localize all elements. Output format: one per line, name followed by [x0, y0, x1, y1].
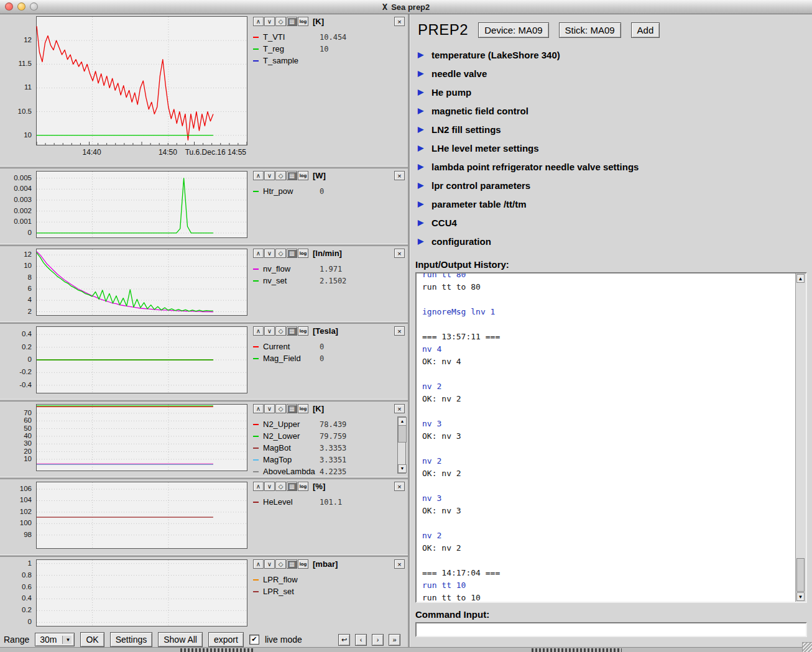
plot-close-icon[interactable]: ×: [394, 482, 405, 491]
export-button[interactable]: export: [208, 632, 244, 647]
autoscale-icon[interactable]: ◇: [275, 249, 286, 258]
window-titlebar[interactable]: X Sea prep2: [0, 0, 812, 14]
plot-close-icon[interactable]: ×: [394, 559, 405, 569]
device-button[interactable]: Device: MA09: [478, 22, 548, 38]
scale-up-icon[interactable]: ∧: [253, 17, 264, 26]
plot-close-icon[interactable]: ×: [394, 17, 405, 26]
expand-arrow-icon[interactable]: ▶: [418, 218, 425, 227]
scale-up-icon[interactable]: ∧: [253, 249, 264, 258]
expand-arrow-icon[interactable]: ▶: [418, 106, 425, 115]
scale-down-icon[interactable]: ∨: [264, 249, 275, 258]
tree-item-3[interactable]: ▶He pump: [410, 83, 812, 101]
log-scale-icon[interactable]: log: [298, 326, 308, 336]
expand-arrow-icon[interactable]: ▶: [418, 162, 425, 171]
legend-item[interactable]: HeLevel101.1: [253, 496, 405, 508]
grid-icon[interactable]: ▦: [287, 559, 297, 569]
legend-item[interactable]: Htr_pow0: [253, 185, 405, 197]
expand-arrow-icon[interactable]: ▶: [418, 69, 425, 78]
legend-item[interactable]: nv_set2.1502: [253, 275, 405, 287]
plot-close-icon[interactable]: ×: [394, 326, 405, 336]
jump-to-latest-button[interactable]: »: [389, 634, 400, 646]
plot-close-icon[interactable]: ×: [394, 404, 405, 413]
tree-item-10[interactable]: ▶CCU4: [410, 213, 812, 232]
expand-arrow-icon[interactable]: ▶: [418, 88, 425, 96]
legend-item[interactable]: MagTop3.3351: [253, 454, 405, 466]
legend-item[interactable]: LPR_set: [253, 585, 405, 597]
scale-down-icon[interactable]: ∨: [264, 171, 275, 180]
legend-item[interactable]: Mag_Field0: [253, 352, 405, 364]
expand-arrow-icon[interactable]: ▶: [418, 200, 425, 208]
plot-canvas-1[interactable]: [36, 16, 247, 145]
legend-item[interactable]: MagBot3.3353: [253, 442, 405, 454]
scale-down-icon[interactable]: ∨: [264, 17, 275, 26]
scroll-left-button[interactable]: ‹: [355, 634, 367, 646]
plot-canvas-5[interactable]: [36, 404, 247, 471]
grid-icon[interactable]: ▦: [287, 482, 297, 491]
grid-icon[interactable]: ▦: [287, 326, 297, 336]
expand-arrow-icon[interactable]: ▶: [418, 237, 425, 246]
autoscale-icon[interactable]: ◇: [275, 171, 286, 180]
scale-up-icon[interactable]: ∧: [253, 559, 264, 569]
log-scale-icon[interactable]: log: [298, 404, 308, 413]
grid-icon[interactable]: ▦: [287, 404, 297, 413]
stick-button[interactable]: Stick: MA09: [559, 22, 621, 38]
expand-arrow-icon[interactable]: ▶: [418, 181, 425, 190]
tree-item-1[interactable]: ▶temperature (LakeShore 340): [410, 45, 812, 64]
grid-icon[interactable]: ▦: [287, 249, 297, 258]
expand-arrow-icon[interactable]: ▶: [418, 125, 425, 134]
console-scrollbar[interactable]: ▲ ▼: [795, 273, 806, 602]
scroll-up-icon[interactable]: ▲: [796, 274, 805, 283]
io-history-console[interactable]: run tt 80run tt to 80 ignoreMsg lnv 1 ==…: [415, 272, 807, 603]
window-resize-grip[interactable]: [802, 642, 812, 652]
add-button[interactable]: Add: [631, 22, 660, 38]
zoom-window-button[interactable]: [30, 2, 38, 11]
live-mode-checkbox[interactable]: ✔: [249, 635, 259, 645]
scroll-down-icon[interactable]: ▼: [796, 592, 805, 601]
tree-item-5[interactable]: ▶LN2 fill settings: [410, 120, 812, 139]
scale-down-icon[interactable]: ∨: [264, 482, 275, 491]
redraw-button[interactable]: ↩: [338, 634, 350, 646]
autoscale-icon[interactable]: ◇: [275, 482, 286, 491]
legend-item[interactable]: LPR_flow: [253, 574, 405, 585]
tree-item-2[interactable]: ▶needle valve: [410, 64, 812, 83]
tree-item-7[interactable]: ▶lambda point refrigerator needle valve …: [410, 157, 812, 176]
plot-canvas-4[interactable]: [36, 326, 247, 393]
plot-canvas-7[interactable]: [36, 559, 247, 627]
scroll-down-icon[interactable]: ▼: [398, 464, 407, 473]
log-scale-icon[interactable]: log: [298, 559, 308, 569]
log-scale-icon[interactable]: log: [298, 249, 308, 258]
scrollbar-thumb[interactable]: [398, 425, 407, 443]
legend-item[interactable]: Current0: [253, 341, 405, 352]
plot-close-icon[interactable]: ×: [394, 171, 405, 180]
scroll-up-icon[interactable]: ▲: [398, 417, 407, 426]
scrollbar-thumb[interactable]: [796, 558, 805, 592]
ok-button[interactable]: OK: [80, 632, 104, 647]
tree-item-8[interactable]: ▶lpr control parameters: [410, 176, 812, 195]
expand-arrow-icon[interactable]: ▶: [418, 144, 425, 152]
expand-arrow-icon[interactable]: ▶: [418, 50, 425, 59]
legend-item[interactable]: AboveLambda4.2235: [253, 466, 405, 477]
legend-item[interactable]: N2_Lower79.759: [253, 430, 405, 442]
show-all-button[interactable]: Show All: [158, 632, 203, 647]
close-window-button[interactable]: [5, 2, 13, 11]
scale-up-icon[interactable]: ∧: [253, 404, 264, 413]
scale-up-icon[interactable]: ∧: [253, 171, 264, 180]
log-scale-icon[interactable]: log: [298, 17, 308, 26]
tree-item-6[interactable]: ▶LHe level meter settings: [410, 139, 812, 157]
log-scale-icon[interactable]: log: [298, 171, 308, 180]
grid-icon[interactable]: ▦: [287, 17, 297, 26]
plot-canvas-6[interactable]: [36, 482, 247, 549]
tree-item-4[interactable]: ▶magnetic field control: [410, 101, 812, 120]
range-select[interactable]: 30m ▼: [35, 633, 75, 646]
scroll-right-button[interactable]: ›: [372, 634, 384, 646]
autoscale-icon[interactable]: ◇: [275, 559, 286, 569]
legend-item[interactable]: nv_flow1.971: [253, 263, 405, 275]
legend-scrollbar[interactable]: ▲▼: [397, 416, 406, 474]
scale-up-icon[interactable]: ∧: [253, 482, 264, 491]
settings-button[interactable]: Settings: [110, 632, 153, 647]
scale-down-icon[interactable]: ∨: [264, 559, 275, 569]
autoscale-icon[interactable]: ◇: [275, 404, 286, 413]
scale-up-icon[interactable]: ∧: [253, 326, 264, 336]
plot-canvas-3[interactable]: [36, 249, 247, 316]
plot-close-icon[interactable]: ×: [394, 249, 405, 258]
